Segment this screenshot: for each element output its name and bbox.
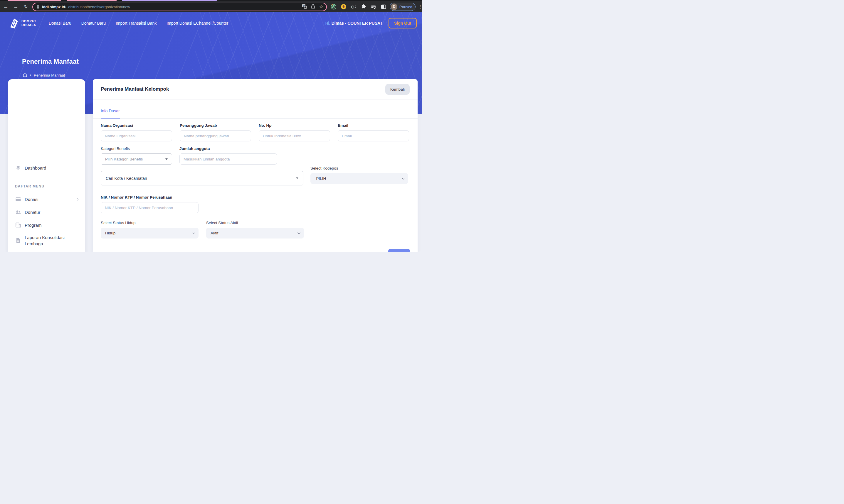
sync-paused-badge: Paused xyxy=(399,5,412,9)
nama-organisasi-input[interactable] xyxy=(101,130,172,141)
svg-text:C: C xyxy=(351,4,355,10)
field-nik: NIK / Nomor KTP / Nomor Perusahaan xyxy=(101,195,199,213)
side-panel-icon[interactable] xyxy=(380,3,387,10)
bug-extension-icon[interactable] xyxy=(340,3,347,10)
sidebar-item-donasi[interactable]: Donasi xyxy=(8,193,85,206)
save-button[interactable] xyxy=(388,249,410,252)
chevron-down-icon xyxy=(402,177,405,180)
reload-icon[interactable]: ↻ xyxy=(22,3,29,10)
nav-item-import-donasi-echannel[interactable]: Import Donasi EChannel /Counter xyxy=(167,21,228,25)
nav-item-import-transaksi-bank[interactable]: Import Transaksi Bank xyxy=(116,21,156,25)
forward-icon[interactable]: → xyxy=(12,3,19,10)
card-title: Penerima Manfaat Kelompok xyxy=(101,86,169,92)
no-hp-input[interactable] xyxy=(259,130,330,141)
browser-chrome: ← → ↻ lddi.simpz.id/_distribution/benefi… xyxy=(0,0,422,12)
card-header: Penerima Manfaat Kelompok Kembali xyxy=(93,79,418,100)
sidebar-item-dashboard[interactable]: Dashboard xyxy=(8,164,85,172)
brand-text: DOMPET DHUAFA xyxy=(21,19,36,27)
browser-menu-icon[interactable]: ⋮ xyxy=(418,4,422,10)
nav-right: Hi, Dimas - COUNTER PUSAT Sign Out xyxy=(325,18,417,29)
status-aktif-select[interactable]: Aktif xyxy=(206,228,304,238)
tab-info-dasar[interactable]: Info Dasar xyxy=(101,109,120,113)
brand-logo[interactable]: DOMPET DHUAFA xyxy=(8,17,36,29)
avatar: D xyxy=(391,3,397,10)
sidebar-item-donatur[interactable]: Donatur xyxy=(8,206,85,219)
field-kategori-benefis: Kategori Benefis Pilih Kategori Benefis xyxy=(101,146,172,165)
browser-toolbar: ← → ↻ lddi.simpz.id/_distribution/benefi… xyxy=(0,1,422,12)
status-hidup-select[interactable]: Hidup xyxy=(101,228,199,238)
url-host: lddi.simpz.id xyxy=(42,5,65,9)
kategori-benefis-select[interactable]: Pilih Kategori Benefis xyxy=(101,154,172,165)
nik-input[interactable] xyxy=(101,202,199,213)
svg-text:G: G xyxy=(303,4,305,7)
tab-bar: Info Dasar xyxy=(93,100,418,119)
lock-icon xyxy=(36,5,40,9)
clickup-extension-icon[interactable]: C xyxy=(350,3,357,10)
dompet-dhuafa-logo-icon xyxy=(8,17,19,29)
page-title: Penerima Manfaat xyxy=(22,58,79,66)
sidebar-item-program[interactable]: Program xyxy=(8,219,85,232)
tag-icon xyxy=(15,252,21,252)
sidebar: Dashboard DAFTAR MENU Donasi Donatur xyxy=(8,79,85,252)
url-path: /_distribution/benefis/organization/new xyxy=(65,5,130,9)
chevron-right-icon xyxy=(76,198,79,201)
nav-menu: Donasi Baru Donatur Baru Import Transaks… xyxy=(49,21,228,25)
sidebar-item-kurban[interactable]: Kurban xyxy=(8,248,85,252)
field-penanggung-jawab: Penanggung Jawab xyxy=(180,123,251,141)
user-greeting: Hi, Dimas - COUNTER PUSAT xyxy=(325,21,383,25)
active-tab-underline xyxy=(101,118,120,119)
email-input[interactable] xyxy=(338,130,409,141)
chevron-down-icon xyxy=(192,231,195,234)
building-icon xyxy=(15,222,21,228)
field-jumlah-anggota: Jumlah anggota xyxy=(179,146,277,165)
content-card: Penerima Manfaat Kelompok Kembali Info D… xyxy=(93,79,418,252)
chevron-down-icon xyxy=(297,231,300,234)
form-row-status: Select Status Hidup Hidup Select Status … xyxy=(101,221,410,238)
profile-button[interactable]: D Paused xyxy=(390,3,415,11)
field-kodepos: Select Kodepos -PILIH- xyxy=(310,166,408,184)
kodepos-select[interactable]: -PILIH- xyxy=(310,173,408,184)
form-row-1: Nama Organisasi Penanggung Jawab No. Hp … xyxy=(101,123,410,141)
extensions-puzzle-icon[interactable] xyxy=(360,3,367,10)
credit-card-icon xyxy=(15,196,21,202)
dashboard-layers-icon xyxy=(15,165,21,171)
nav-item-donasi-baru[interactable]: Donasi Baru xyxy=(49,21,71,25)
form-row-3: Cari Kota / Kecamatan Select Kodepos -PI… xyxy=(101,166,410,185)
dropdown-triangle-icon xyxy=(296,178,298,179)
breadcrumb-current: Penerima Manfaat xyxy=(34,73,65,77)
back-button[interactable]: Kembali xyxy=(385,84,410,95)
file-text-icon xyxy=(15,238,21,244)
field-status-hidup: Select Status Hidup Hidup xyxy=(101,221,199,238)
bookmark-star-icon[interactable]: ☆ xyxy=(319,4,323,9)
nav-item-donatur-baru[interactable]: Donatur Baru xyxy=(81,21,106,25)
dropdown-triangle-icon xyxy=(165,158,168,160)
orbit-extension-icon[interactable] xyxy=(330,3,337,10)
home-icon[interactable] xyxy=(23,73,27,77)
breadcrumb-separator xyxy=(30,74,31,76)
penanggung-jawab-input[interactable] xyxy=(180,130,251,141)
address-bar[interactable]: lddi.simpz.id/_distribution/benefis/orga… xyxy=(32,3,327,11)
field-no-hp: No. Hp xyxy=(259,123,330,141)
users-icon xyxy=(15,209,21,215)
field-email: Email xyxy=(338,123,409,141)
sidebar-item-laporan-konsolidasi[interactable]: Laporan Konsolidasi Lembaga xyxy=(8,231,85,250)
field-status-aktif: Select Status Aktif Aktif xyxy=(206,221,304,238)
field-nama-organisasi: Nama Organisasi xyxy=(101,123,172,141)
translate-icon[interactable]: G xyxy=(302,4,307,10)
back-icon[interactable]: ← xyxy=(2,3,10,10)
jumlah-anggota-input[interactable] xyxy=(179,154,277,165)
share-icon[interactable] xyxy=(311,4,315,10)
app-navbar: DOMPET DHUAFA Donasi Baru Donatur Baru I… xyxy=(0,12,422,34)
form-row-2: Kategori Benefis Pilih Kategori Benefis … xyxy=(101,146,410,165)
sign-out-button[interactable]: Sign Out xyxy=(389,18,417,29)
kota-kecamatan-select[interactable]: Cari Kota / Kecamatan xyxy=(101,171,303,185)
media-queue-icon[interactable] xyxy=(370,3,377,10)
breadcrumb: Penerima Manfaat xyxy=(23,73,65,77)
form: Nama Organisasi Penanggung Jawab No. Hp … xyxy=(93,123,418,238)
sidebar-section-label: DAFTAR MENU xyxy=(15,184,44,188)
